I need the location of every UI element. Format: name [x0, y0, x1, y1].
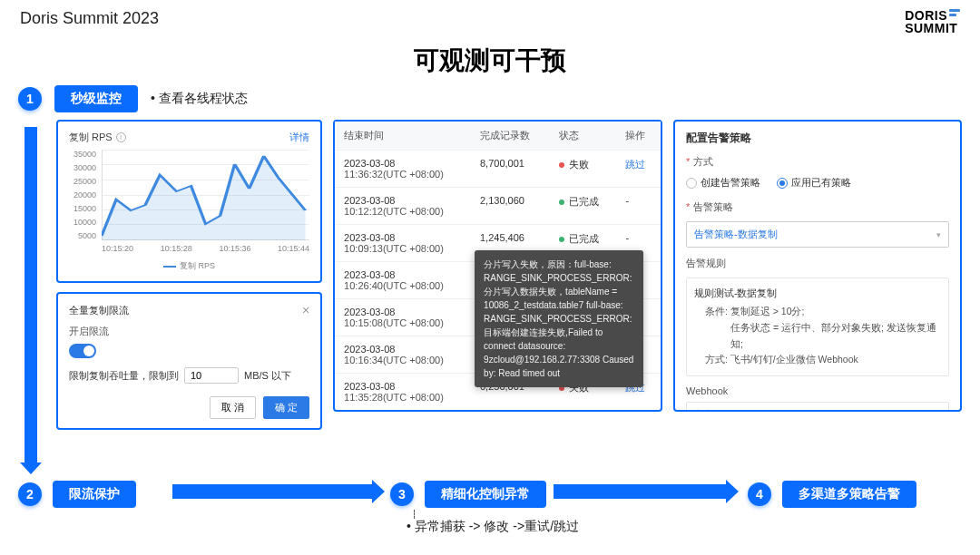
cancel-button[interactable]: 取 消	[210, 396, 256, 419]
ok-button[interactable]: 确 定	[263, 396, 309, 419]
alert-config-card: 配置告警策略 *方式 创建告警策略 应用已有策略 *告警策略 告警策略-数据复制…	[673, 120, 962, 412]
enable-label: 开启限流	[69, 325, 309, 338]
radio-create[interactable]: 创建告警策略	[686, 176, 760, 190]
rules-label: 告警规则	[686, 257, 949, 270]
webhook-label: Webhook	[686, 385, 949, 396]
limit-prefix: 限制复制吞吐量，限制到	[69, 369, 179, 383]
policy-select[interactable]: 告警策略-数据复制▾	[686, 221, 949, 248]
rps-chart: 3500030000250002000015000100005000 10:15…	[69, 150, 309, 258]
flow-arrow-3-4	[554, 484, 726, 499]
rps-chart-card: 复制 RPSi 详情 35000300002500020000150001000…	[56, 120, 322, 283]
page-brand: Doris Summit 2023	[20, 9, 159, 28]
page-title: 可观测可干预	[0, 44, 980, 78]
radio-apply[interactable]: 应用已有策略	[777, 176, 851, 190]
flow-arrow-2-3	[172, 484, 372, 499]
mode-label: 方式	[693, 156, 713, 167]
flow-arrow-down	[24, 127, 37, 462]
throttle-toggle[interactable]	[69, 344, 96, 358]
step-4-badge: 4	[748, 482, 771, 506]
policy-label: 告警策略	[693, 201, 733, 212]
chart-legend: 复制 RPS	[69, 260, 309, 272]
step-2-badge: 2	[18, 482, 42, 506]
step-3-desc: 异常捕获 -> 修改 ->重试/跳过	[407, 519, 579, 535]
throttle-title: 全量复制限流	[69, 304, 129, 317]
logo: DORISSUMMIT	[905, 9, 960, 34]
rule-box: 规则测试-数据复制 条件: 复制延迟 > 10分; 任务状态 = 运行中、部分对…	[686, 278, 949, 376]
step-1-desc: 查看各线程状态	[151, 91, 248, 107]
limit-input[interactable]	[184, 367, 239, 384]
step-2-pill: 限流保护	[53, 481, 136, 508]
table-row: 2023-03-0810:12:12(UTC +08:00)2,130,060已…	[335, 188, 661, 225]
step-1-badge: 1	[18, 87, 42, 111]
rps-title: 复制 RPSi	[69, 131, 126, 144]
limit-suffix: MB/S 以下	[244, 369, 291, 383]
rps-detail-link[interactable]: 详情	[289, 131, 309, 144]
step-3-pill: 精细化控制异常	[425, 481, 546, 508]
table-row: 2023-03-0811:36:32(UTC +08:00)8,700,001失…	[335, 151, 661, 188]
step-1-pill: 秒级监控	[54, 85, 138, 112]
info-icon[interactable]: i	[116, 132, 126, 142]
alert-title: 配置告警策略	[686, 131, 949, 146]
throttle-card: 全量复制限流 × 开启限流 限制复制吞吐量，限制到 MB/S 以下 取 消 确 …	[56, 292, 322, 430]
skip-link[interactable]: 跳过	[625, 159, 645, 170]
chevron-down-icon: ▾	[936, 230, 941, 239]
error-tooltip: 分片写入失败，原因：full-base: RANGE_SINK_PROCESS_…	[475, 250, 643, 387]
close-icon[interactable]: ×	[302, 303, 309, 317]
step-4-pill: 多渠道多策略告警	[782, 481, 916, 508]
step-3-badge: 3	[390, 482, 414, 506]
webhook-url: 地址：https://oapi.dingtalk.com/robot/send?…	[686, 402, 949, 412]
